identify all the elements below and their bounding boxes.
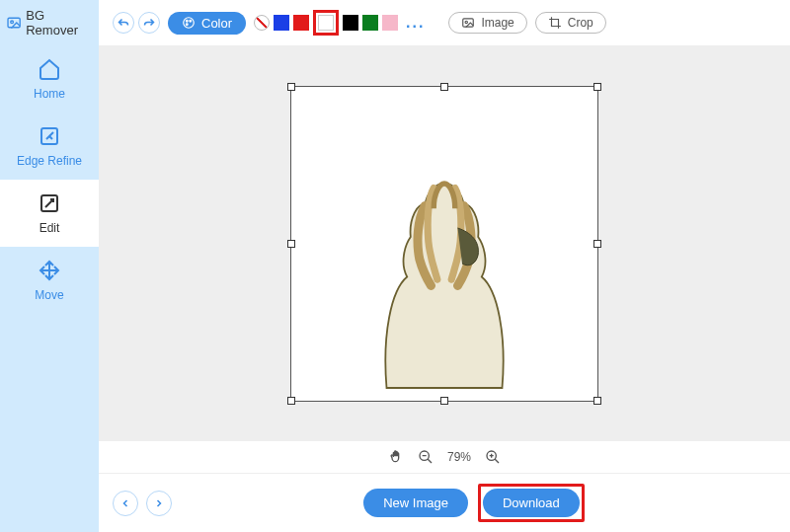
next-button[interactable] <box>146 491 172 516</box>
swatch-red[interactable] <box>293 15 309 31</box>
swatch-black[interactable] <box>343 15 358 31</box>
selection-box[interactable] <box>290 86 598 402</box>
svg-point-1 <box>11 21 14 24</box>
svg-point-7 <box>186 24 188 26</box>
chevron-right-icon <box>153 497 165 509</box>
swatch-blue[interactable] <box>274 15 289 31</box>
sidebar: BG Remover Home Edge Refine Edit Move <box>0 0 99 532</box>
zoom-level: 79% <box>447 450 471 464</box>
resize-handle-bl[interactable] <box>287 397 295 405</box>
undo-button[interactable] <box>113 12 134 34</box>
toolbar: Color ... Image Crop <box>99 0 790 46</box>
zoom-in-icon <box>485 449 501 465</box>
subject-image[interactable] <box>291 87 597 401</box>
image-icon <box>461 16 475 30</box>
color-button[interactable]: Color <box>168 12 246 35</box>
hand-icon <box>388 449 404 465</box>
crop-button[interactable]: Crop <box>535 12 606 34</box>
image-button-label: Image <box>481 16 514 30</box>
nav-arrows <box>113 491 172 516</box>
redo-button[interactable] <box>138 12 160 34</box>
sidebar-item-label: Move <box>35 288 63 302</box>
edit-icon <box>38 191 61 215</box>
bottom-bar: New Image Download <box>99 473 790 532</box>
highlighted-download: Download <box>478 484 585 522</box>
zoom-bar: 79% <box>99 440 790 473</box>
swatch-transparent[interactable] <box>254 15 270 31</box>
history-controls <box>113 12 160 34</box>
resize-handle-mr[interactable] <box>593 240 601 248</box>
resize-handle-tm[interactable] <box>440 83 448 91</box>
svg-point-5 <box>186 20 188 22</box>
crop-icon <box>548 16 562 30</box>
zoom-out-button[interactable] <box>418 449 434 465</box>
sidebar-item-edge-refine[interactable]: Edge Refine <box>0 113 99 180</box>
swatch-green[interactable] <box>362 15 378 31</box>
zoom-out-icon <box>418 449 434 465</box>
palette-icon <box>182 16 196 30</box>
color-button-label: Color <box>201 16 232 31</box>
resize-handle-ml[interactable] <box>287 240 295 248</box>
resize-handle-tr[interactable] <box>593 83 601 91</box>
logo-icon <box>6 14 22 32</box>
sidebar-item-move[interactable]: Move <box>0 247 99 314</box>
swatch-white[interactable] <box>318 15 334 31</box>
main-content: Color ... Image Crop <box>99 0 790 532</box>
resize-handle-tl[interactable] <box>287 83 295 91</box>
swatch-pink[interactable] <box>382 15 398 31</box>
crop-button-label: Crop <box>568 16 593 30</box>
home-icon <box>38 57 61 81</box>
new-image-button[interactable]: New Image <box>363 489 468 517</box>
app-title: BG Remover <box>26 8 93 38</box>
app-logo: BG Remover <box>0 0 99 45</box>
more-colors-button[interactable]: ... <box>402 14 429 32</box>
canvas-area[interactable] <box>99 46 790 440</box>
resize-handle-br[interactable] <box>593 397 601 405</box>
prev-button[interactable] <box>113 491 138 516</box>
resize-handle-bm[interactable] <box>440 397 448 405</box>
color-swatches: ... <box>254 10 429 36</box>
highlighted-swatch <box>313 10 339 36</box>
bottom-actions: New Image Download <box>172 484 776 522</box>
zoom-in-button[interactable] <box>485 449 501 465</box>
sidebar-item-edit[interactable]: Edit <box>0 180 99 247</box>
edge-refine-icon <box>38 124 61 148</box>
sidebar-item-home[interactable]: Home <box>0 45 99 113</box>
svg-point-9 <box>466 21 468 23</box>
svg-point-6 <box>190 20 192 22</box>
sidebar-item-label: Edit <box>40 221 60 235</box>
move-icon <box>38 259 61 282</box>
sidebar-item-label: Edge Refine <box>17 154 82 168</box>
svg-point-4 <box>184 18 195 29</box>
image-button[interactable]: Image <box>448 12 526 34</box>
pan-button[interactable] <box>388 449 404 465</box>
sidebar-item-label: Home <box>34 87 65 101</box>
undo-icon <box>118 17 129 29</box>
redo-icon <box>143 17 155 29</box>
chevron-left-icon <box>119 497 131 509</box>
download-button[interactable]: Download <box>483 489 580 517</box>
